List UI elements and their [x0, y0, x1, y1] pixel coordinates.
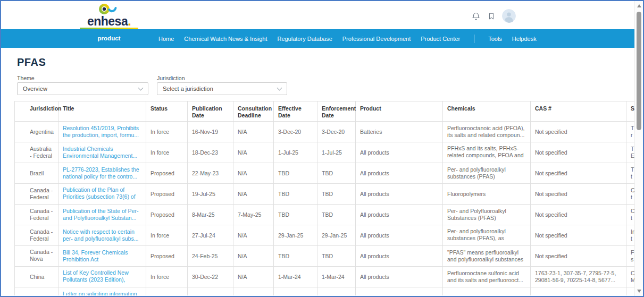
column-header-chemicals: Chemicals [443, 101, 531, 122]
cell-text-effective_date: TBD [278, 191, 313, 198]
jurisdiction-select[interactable]: Select a jurisdiction [157, 82, 287, 95]
cell-text-publication_date: 16-Nov-19 [192, 129, 229, 135]
cell-status: In force [146, 142, 188, 163]
column-header-summary: S [626, 101, 635, 122]
regulation-title-link[interactable]: Industrial Chemicals Environmental Manag… [63, 146, 137, 159]
cell-text-cas: Not specified [535, 253, 622, 260]
nav-item-home[interactable]: Home [158, 36, 174, 42]
scrollbar-thumb[interactable] [637, 12, 641, 130]
regulation-title-link[interactable]: Publication of the Plan of Priorities (s… [63, 186, 136, 201]
cell-jurisdiction: Canada - Nova Scotia [15, 246, 58, 267]
cell-product: All products [356, 225, 443, 246]
cell-status: In force [146, 225, 188, 246]
cell-text-cas: Not specified [535, 211, 622, 218]
cell-publication_date: 8-Mar-25 [188, 205, 233, 225]
cell-text-effective_date: TBD [278, 294, 313, 295]
cell-chemicals: Fluoropolymers [443, 184, 531, 205]
cell-status: Proposed [146, 287, 188, 295]
scrollbar-up-arrow-icon[interactable] [637, 4, 641, 7]
cell-text-product: All products [360, 294, 438, 295]
regulation-title-link[interactable]: Notice with respect to certain per- and … [63, 228, 138, 242]
cell-consultation_deadline: N/A [233, 225, 274, 246]
cell-product: All products [356, 142, 443, 163]
regulation-title-link[interactable]: Bill 34, Forever Chemicals Prohibition A… [63, 249, 128, 262]
enhesa-logo[interactable]: enhesa. [80, 3, 138, 27]
nav-item-helpdesk[interactable]: Helpdesk [512, 36, 537, 42]
table-row: Australia - FederalIndustrial Chemicals … [15, 142, 635, 163]
cell-text-consultation_deadline: N/A [238, 170, 269, 177]
column-header-status: Status [146, 101, 188, 122]
cell-product: All products [356, 163, 443, 184]
vertical-scrollbar [634, 1, 643, 296]
cell-text-publication_date: 19-Jul-25 [192, 191, 229, 198]
table-row: ChinaLetter on soliciting information on… [15, 287, 635, 295]
cell-text-consultation_deadline: 7-May-25 [238, 211, 269, 218]
nav-divider [474, 35, 474, 43]
cell-title: Industrial Chemicals Environmental Manag… [58, 142, 146, 163]
cell-enforcement_date: TBD [317, 246, 356, 267]
cell-title: Resolution 451/2019, Prohibits the produ… [58, 122, 146, 142]
scrollbar-down-arrow-icon[interactable] [637, 290, 641, 293]
cell-text-publication_date: 8-Mar-25 [192, 211, 229, 218]
cell-text-publication_date: 30-Dec-22 [192, 274, 229, 281]
cell-text-enforcement_date: TBD [322, 170, 351, 177]
nav-item-tools[interactable]: Tools [488, 36, 502, 42]
cell-publication_date: 27-Jul-24 [188, 225, 233, 246]
cell-text-consultation_deadline: 1-May-25 [238, 294, 269, 295]
nav-item-chemical-watch-news-insight[interactable]: Chemical Watch News & Insight [184, 36, 267, 42]
cell-text-status: Proposed [150, 253, 183, 260]
top-header: enhesa. [1, 1, 643, 29]
cell-text-status: Proposed [150, 170, 183, 177]
cell-status: Proposed [146, 184, 188, 205]
bookmark-icon[interactable] [488, 12, 495, 21]
browser-window: enhesa. [0, 0, 644, 297]
cell-effective_date: 1-Mar-24 [274, 267, 317, 287]
theme-select[interactable]: Overview [17, 82, 148, 95]
cell-text-publication_date: 18-Dec-23 [192, 149, 229, 156]
nav-item-regulatory-database[interactable]: Regulatory Database [277, 36, 332, 42]
jurisdiction-filter-label: Jurisdiction [157, 75, 185, 81]
cell-text-publication_date: 25-Feb-25 [192, 294, 229, 295]
cell-jurisdiction: Brazil [15, 163, 58, 184]
cell-text-chemicals: Long-chain perfluorocarboxylic [447, 294, 526, 295]
regulation-title-link[interactable]: List of Key Controlled New Pollutants (2… [63, 269, 129, 284]
cell-text-chemicals: Per- and Polyfluoroalkyl Substances (PFA… [447, 208, 526, 222]
cell-jurisdiction: Canada - Federal [15, 225, 58, 246]
nav-item-product-center[interactable]: Product Center [421, 36, 460, 42]
cell-product: All products [356, 205, 443, 225]
regulation-title-link[interactable]: Letter on soliciting information on [63, 291, 137, 295]
cell-text-chemicals: PFHxS and its salts, PFHxS-related compo… [447, 145, 526, 160]
cell-chemicals: Per- and Polyfluoroalkyl Substances (PFA… [443, 205, 531, 225]
cell-text-jurisdiction: Brazil [30, 170, 54, 177]
cell-enforcement_date: TBD [317, 163, 356, 184]
cell-text-enforcement_date: 29-Jan-25 [322, 232, 351, 239]
cell-text-publication_date: 27-Jul-24 [192, 232, 229, 239]
cell-text-enforcement_date: 1-Jul-25 [322, 149, 351, 156]
cell-text-cas: 1763-23-1, 307-35-7, 2795-72-5, 29081-56… [535, 270, 622, 284]
cell-text-jurisdiction: Australia - Federal [30, 146, 54, 159]
cell-product: All products [356, 267, 443, 287]
cell-cas: 1763-23-1, 307-35-7, 2795-72-5, 29081-56… [531, 267, 626, 287]
nav-item-professional-development[interactable]: Professional Development [342, 36, 411, 42]
user-avatar[interactable] [502, 9, 516, 23]
cell-summary: In t [626, 225, 635, 246]
cell-text-status: Proposed [150, 211, 183, 218]
table-row: ChinaList of Key Controlled New Pollutan… [15, 267, 635, 287]
cell-text-product: All products [360, 211, 438, 218]
cell-chemicals: Long-chain perfluorocarboxylic [443, 287, 531, 295]
regulation-title-link[interactable]: PL-2776-2023, Establishes the national p… [63, 166, 139, 180]
cell-summary [626, 287, 635, 295]
notifications-bell-icon[interactable] [471, 11, 481, 21]
column-header-effective_date: Effective Date [274, 101, 317, 122]
chevron-down-icon [138, 85, 144, 90]
cell-jurisdiction: Canada - Federal [15, 184, 58, 205]
regulation-title-link[interactable]: Resolution 451/2019, Prohibits the produ… [63, 125, 139, 138]
cell-effective_date: TBD [274, 246, 317, 267]
cell-title: List of Key Controlled New Pollutants (2… [58, 267, 146, 287]
regulation-title-link[interactable]: Publication of the State of Per- and Pol… [63, 208, 138, 221]
cell-consultation_deadline: N/A [233, 267, 274, 287]
theme-select-value: Overview [23, 86, 47, 92]
cell-text-effective_date: 3-Dec-20 [278, 129, 313, 135]
cell-text-jurisdiction: Canada - Federal [30, 228, 54, 242]
cell-enforcement_date: TBD [317, 184, 356, 205]
